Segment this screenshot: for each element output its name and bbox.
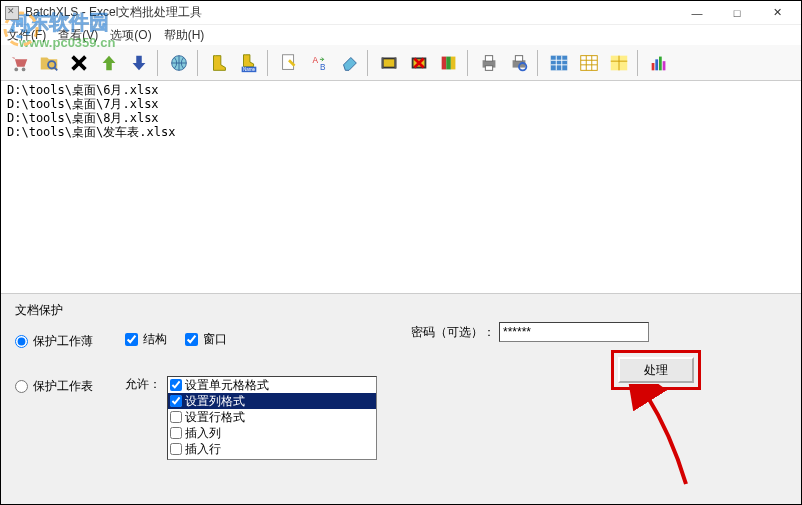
tool-up-icon[interactable]	[95, 49, 123, 77]
password-label: 密码（可选）：	[411, 324, 495, 341]
allow-listbox[interactable]: 设置单元格格式 设置列格式 设置行格式 插入列 插入行	[167, 376, 377, 460]
password-input[interactable]	[499, 322, 649, 342]
menu-file[interactable]: 文件(F)	[7, 27, 46, 44]
check-window-label: 窗口	[203, 331, 227, 348]
radio-protect-workbook-input[interactable]	[15, 335, 28, 348]
tool-boot-name-icon[interactable]: Name	[235, 49, 263, 77]
svg-point-5	[22, 67, 26, 71]
svg-rect-43	[655, 59, 658, 70]
file-item[interactable]: D:\tools\桌面\7月.xlsx	[7, 97, 795, 111]
minimize-button[interactable]: —	[677, 2, 717, 24]
svg-rect-24	[485, 55, 492, 61]
check-structure[interactable]: 结构	[125, 331, 167, 348]
tool-doc-attach-icon[interactable]	[275, 49, 303, 77]
tool-table-blue-icon[interactable]	[545, 49, 573, 77]
tool-table-yellow-icon[interactable]	[605, 49, 633, 77]
svg-rect-34	[581, 55, 598, 70]
radio-protect-workbook[interactable]: 保护工作薄	[15, 333, 125, 350]
tool-cart-icon[interactable]	[5, 49, 33, 77]
svg-rect-16	[382, 57, 384, 68]
tool-table-grid-icon[interactable]	[575, 49, 603, 77]
allow-option[interactable]: 插入列	[168, 425, 376, 441]
tool-folder-search-icon[interactable]	[35, 49, 63, 77]
titlebar: BatchXLS - Excel文档批处理工具 — □ ✕	[1, 1, 801, 25]
svg-rect-29	[551, 55, 568, 70]
check-structure-input[interactable]	[125, 333, 138, 346]
svg-rect-20	[442, 56, 447, 69]
svg-rect-21	[446, 56, 451, 69]
svg-rect-22	[451, 56, 456, 69]
tool-books-icon[interactable]	[435, 49, 463, 77]
panel-title: 文档保护	[15, 302, 787, 319]
svg-text:B: B	[320, 63, 326, 72]
process-button[interactable]: 处理	[618, 357, 694, 383]
allow-option[interactable]: 设置行格式	[168, 409, 376, 425]
annotation-arrow	[551, 384, 701, 494]
menu-option[interactable]: 选项(O)	[110, 27, 151, 44]
svg-text:A: A	[313, 56, 319, 65]
allow-option[interactable]: 插入行	[168, 441, 376, 457]
tool-ab-replace-icon[interactable]: AB	[305, 49, 333, 77]
tool-down-icon[interactable]	[125, 49, 153, 77]
radio-protect-workbook-label: 保护工作薄	[33, 333, 93, 350]
file-item[interactable]: D:\tools\桌面\6月.xlsx	[7, 83, 795, 97]
svg-rect-17	[395, 57, 397, 68]
radio-protect-sheet-input[interactable]	[15, 380, 28, 393]
tool-boot-yellow-icon[interactable]	[205, 49, 233, 77]
svg-rect-27	[515, 55, 522, 61]
tool-eraser-icon[interactable]	[335, 49, 363, 77]
svg-rect-25	[485, 65, 492, 70]
svg-rect-15	[384, 59, 395, 66]
tool-print-icon[interactable]	[475, 49, 503, 77]
svg-rect-42	[652, 63, 655, 70]
window-title: BatchXLS - Excel文档批处理工具	[25, 4, 677, 21]
tool-chart-icon[interactable]	[645, 49, 673, 77]
close-button[interactable]: ✕	[757, 2, 797, 24]
check-structure-label: 结构	[143, 331, 167, 348]
allow-label: 允许：	[125, 376, 161, 393]
menubar: 文件(F) 查看(V) 选项(O) 帮助(H)	[1, 25, 801, 45]
svg-point-4	[14, 67, 18, 71]
file-list[interactable]: D:\tools\桌面\6月.xlsx D:\tools\桌面\7月.xlsx …	[1, 81, 801, 293]
check-window[interactable]: 窗口	[185, 331, 227, 348]
file-item[interactable]: D:\tools\桌面\8月.xlsx	[7, 111, 795, 125]
toolbar: Name AB	[1, 45, 801, 81]
tool-print-magnify-icon[interactable]	[505, 49, 533, 77]
maximize-button[interactable]: □	[717, 2, 757, 24]
tool-film-delete-icon[interactable]	[405, 49, 433, 77]
menu-help[interactable]: 帮助(H)	[164, 27, 205, 44]
svg-text:Name: Name	[243, 67, 256, 72]
protect-panel: 文档保护 保护工作薄 保护工作表 结构 窗口	[1, 294, 801, 504]
allow-option-selected[interactable]: 设置列格式	[168, 393, 376, 409]
tool-delete-x-icon[interactable]	[65, 49, 93, 77]
radio-protect-sheet-label: 保护工作表	[33, 378, 93, 395]
tool-globe-icon[interactable]	[165, 49, 193, 77]
svg-rect-45	[663, 61, 666, 70]
check-window-input[interactable]	[185, 333, 198, 346]
svg-rect-44	[659, 56, 662, 70]
app-icon	[5, 6, 19, 20]
menu-view[interactable]: 查看(V)	[58, 27, 98, 44]
file-item[interactable]: D:\tools\桌面\发车表.xlsx	[7, 125, 795, 139]
radio-protect-sheet[interactable]: 保护工作表	[15, 378, 125, 395]
tool-film-icon[interactable]	[375, 49, 403, 77]
allow-option[interactable]: 设置单元格格式	[168, 377, 376, 393]
